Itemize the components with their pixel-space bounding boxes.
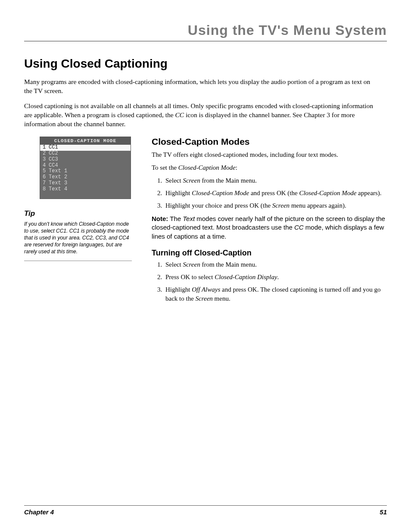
note-text: The: [168, 215, 183, 222]
page-footer: Chapter 4 51: [24, 505, 387, 516]
intro-paragraph-1: Many programs are encoded with closed-ca…: [24, 78, 377, 96]
cc-row-label: Text 3: [49, 180, 67, 186]
cc-row-label: Text 2: [49, 174, 67, 180]
modes-step-3: Highlight your choice and press OK (the …: [164, 201, 387, 210]
cc-row-label: CC2: [49, 150, 58, 156]
step-text: .: [277, 274, 279, 280]
modes-p2: To set the Closed-Caption Mode:: [152, 163, 387, 172]
step-text: menu.: [213, 295, 230, 302]
step-text: Highlight your choice and press OK (the: [165, 202, 272, 209]
footer-chapter: Chapter 4: [24, 508, 54, 516]
turnoff-step-2: Press OK to select Closed-Caption Displa…: [164, 273, 387, 282]
modes-p2-a: To set the: [152, 164, 178, 171]
note-label: Note:: [152, 215, 168, 222]
turnoff-step-1: Select Screen from the Main menu.: [164, 260, 387, 269]
cc-row-num: 2: [43, 151, 49, 157]
step-text: and press OK (the: [249, 190, 299, 196]
step-text: from the Main menu.: [200, 261, 257, 268]
turning-off-heading: Turning off Closed-Caption: [152, 249, 387, 258]
step-text: appears).: [356, 190, 381, 196]
cc-row-label: CC3: [49, 156, 58, 162]
closed-caption-modes-heading: Closed-Caption Modes: [152, 137, 387, 147]
modes-p1: The TV offers eight closed-captioned mod…: [152, 150, 387, 159]
cc-row-num: 8: [43, 187, 49, 193]
turnoff-steps: Select Screen from the Main menu. Press …: [152, 260, 387, 303]
cc-row-num: 4: [43, 163, 49, 169]
step-italic: Closed-Caption Mode: [299, 190, 356, 196]
cc-row-num: 6: [43, 174, 49, 180]
page-title: Using Closed Captioning: [24, 57, 387, 71]
modes-step-1: Select Screen from the Main menu.: [164, 176, 387, 185]
note-italic: CC: [294, 224, 304, 231]
running-head: Using the TV's Menu System: [24, 22, 387, 41]
cc-row-label: CC1: [49, 144, 58, 150]
step-italic: Screen: [272, 202, 290, 209]
step-text: Select: [165, 261, 183, 268]
intro2-cc: CC: [175, 111, 184, 118]
step-italic: Off Always: [192, 286, 220, 293]
cc-row-num: 5: [43, 168, 49, 174]
step-italic: Screen: [183, 261, 200, 268]
tip-heading: Tip: [24, 209, 136, 218]
step-italic: Screen: [196, 295, 213, 302]
modes-p2-b: :: [236, 164, 237, 171]
step-text: from the Main menu.: [200, 177, 257, 184]
cc-row-num: 7: [43, 180, 49, 187]
cc-menu-row-cc2: 2CC2: [40, 151, 131, 157]
step-italic: Closed-Caption Mode: [192, 190, 249, 196]
cc-menu-row-cc1: 1CC1: [40, 145, 131, 151]
cc-menu-title: CLOSED-CAPTION MODE: [40, 137, 131, 145]
cc-menu-row-cc3: 3CC3: [40, 157, 131, 163]
modes-step-2: Highlight Closed-Caption Mode and press …: [164, 189, 387, 198]
step-text: Highlight: [165, 190, 192, 196]
footer-page-number: 51: [380, 508, 387, 516]
two-column-layout: CLOSED-CAPTION MODE 1CC1 2CC2 3CC3 4CC4 …: [24, 137, 387, 308]
step-italic: Screen: [183, 177, 200, 184]
intro-paragraph-2: Closed captioning is not available on al…: [24, 102, 377, 129]
cc-row-label: Text 4: [49, 186, 67, 192]
cc-row-label: CC4: [49, 162, 58, 168]
cc-menu-row-text1: 5Text 1: [40, 168, 131, 174]
cc-row-label: Text 1: [49, 168, 67, 174]
turnoff-step-3: Highlight Off Always and press OK. The c…: [164, 285, 387, 303]
modes-steps: Select Screen from the Main menu. Highli…: [152, 176, 387, 210]
cc-menu-row-text4: 8Text 4: [40, 187, 131, 193]
closed-caption-mode-menu: CLOSED-CAPTION MODE 1CC1 2CC2 3CC3 4CC4 …: [40, 137, 131, 199]
step-text: Highlight: [165, 286, 192, 293]
modes-p2-i: Closed-Caption Mode: [178, 164, 236, 171]
tip-body: If you don't know which Closed-Caption m…: [24, 221, 132, 261]
cc-menu-row-text3: 7Text 3: [40, 180, 131, 187]
page: Using the TV's Menu System Using Closed …: [0, 0, 411, 532]
right-column: Closed-Caption Modes The TV offers eight…: [152, 137, 387, 308]
cc-menu-row-text2: 6Text 2: [40, 174, 131, 180]
step-text: Press OK to select: [165, 274, 215, 280]
cc-menu-row-cc4: 4CC4: [40, 163, 131, 169]
left-column: CLOSED-CAPTION MODE 1CC1 2CC2 3CC3 4CC4 …: [24, 137, 136, 308]
modes-note: Note: The Text modes cover nearly half o…: [152, 215, 387, 241]
cc-row-num: 3: [43, 157, 49, 163]
step-text: menu appears again).: [290, 202, 346, 209]
cc-row-num: 1: [43, 145, 49, 151]
step-text: Select: [165, 177, 183, 184]
step-italic: Closed-Caption Display: [215, 274, 277, 280]
note-italic: Text: [183, 215, 195, 222]
